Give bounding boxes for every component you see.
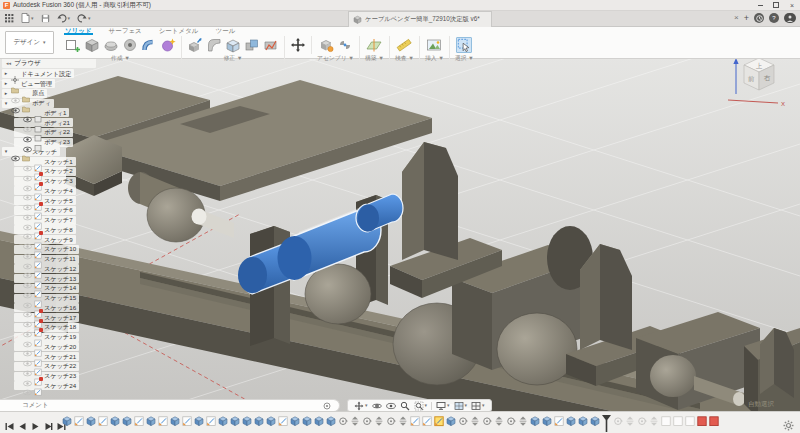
expand-arrow-icon[interactable]: ▾: [3, 101, 9, 106]
visibility-eye-icon[interactable]: [23, 187, 32, 194]
timeline-joint-icon[interactable]: [649, 415, 659, 427]
visibility-eye-icon[interactable]: [23, 109, 32, 116]
timeline-pattern-icon[interactable]: [506, 415, 516, 427]
visibility-eye-icon[interactable]: [23, 363, 32, 370]
timeline-sketch-icon[interactable]: [98, 415, 108, 427]
ribbon-group-label[interactable]: 修正 ▼: [224, 54, 243, 63]
fillet-icon[interactable]: [206, 37, 222, 53]
timeline-joint-icon[interactable]: [518, 415, 528, 427]
visibility-eye-icon[interactable]: [23, 226, 32, 233]
timeline-ghost-icon[interactable]: [661, 415, 671, 427]
timeline-extrude-icon[interactable]: [530, 415, 540, 427]
display-settings-icon[interactable]: ▾: [436, 401, 450, 411]
browser-item[interactable]: スケッチ16: [2, 303, 122, 313]
browser-item[interactable]: スケッチ21: [2, 352, 122, 362]
timeline-sketch-selected-icon[interactable]: [434, 415, 444, 427]
timeline-sketch-icon[interactable]: [206, 415, 216, 427]
visibility-eye-icon[interactable]: [23, 314, 32, 321]
expand-arrow-icon[interactable]: ▸: [3, 71, 9, 76]
close-button[interactable]: ×: [784, 0, 800, 10]
timeline-extrude-icon[interactable]: [86, 415, 96, 427]
timeline-pattern-icon[interactable]: [362, 415, 372, 427]
browser-item[interactable]: スケッチ19: [2, 332, 122, 342]
visibility-eye-icon[interactable]: [23, 119, 32, 126]
timeline-extrude-icon[interactable]: [446, 415, 456, 427]
timeline-sketch-icon[interactable]: [182, 415, 192, 427]
timeline-sketch-icon[interactable]: [410, 415, 420, 427]
browser-item[interactable]: ボディ23: [2, 137, 122, 147]
pipe-icon[interactable]: [141, 37, 157, 53]
visibility-eye-icon[interactable]: [23, 217, 32, 224]
timeline-extrude-icon[interactable]: [266, 415, 276, 427]
expand-arrow-icon[interactable]: ▸: [3, 91, 9, 96]
timeline-pattern-icon[interactable]: [613, 415, 623, 427]
play-back-button[interactable]: [31, 417, 40, 433]
browser-item[interactable]: スケッチ24: [2, 381, 122, 391]
move-icon[interactable]: [290, 37, 306, 53]
browser-item[interactable]: スケッチ6: [2, 206, 122, 216]
avatar[interactable]: [784, 13, 796, 23]
visibility-eye-icon[interactable]: [23, 353, 32, 360]
timeline-extrude-icon[interactable]: [170, 415, 180, 427]
visibility-eye-icon[interactable]: [23, 178, 32, 185]
visibility-eye-icon[interactable]: [23, 304, 32, 311]
visibility-eye-icon[interactable]: [23, 129, 32, 136]
ribbon-group-label[interactable]: 検査 ▼: [395, 54, 414, 63]
grid-layout-icon[interactable]: ▾: [454, 401, 468, 411]
timeline-extrude-icon[interactable]: [110, 415, 120, 427]
visibility-eye-icon[interactable]: [23, 197, 32, 204]
collapse-browser-icon[interactable]: ◂◂: [6, 60, 11, 66]
browser-item[interactable]: スケッチ7: [2, 215, 122, 225]
browser-item[interactable]: スケッチ1: [2, 157, 122, 167]
fit-icon[interactable]: ▾: [414, 401, 428, 411]
timeline-ghost-icon[interactable]: [673, 415, 683, 427]
document-tab[interactable]: ケーブルベンダー簡単_72910決定版 v6*: [348, 11, 492, 27]
visibility-eye-icon[interactable]: [23, 334, 32, 341]
browser-item[interactable]: ▾ボディ: [2, 98, 122, 108]
timeline-sketch-icon[interactable]: [74, 415, 84, 427]
timeline-settings-gear-icon[interactable]: [783, 417, 794, 433]
zoom-icon[interactable]: [400, 401, 410, 411]
browser-item[interactable]: スケッチ18: [2, 323, 122, 333]
browser-item[interactable]: スケッチ9: [2, 235, 122, 245]
timeline-extrude-icon[interactable]: [194, 415, 204, 427]
box-icon[interactable]: [84, 37, 100, 53]
step-forward-button[interactable]: [44, 417, 53, 433]
new-tab-button[interactable]: +: [744, 14, 749, 23]
timeline-error-icon[interactable]: [709, 415, 719, 427]
visibility-eye-icon[interactable]: [23, 285, 32, 292]
revolve-icon[interactable]: [122, 37, 138, 53]
viewports-icon[interactable]: ▾: [471, 401, 485, 411]
save-icon[interactable]: [41, 14, 50, 23]
timeline-extrude-icon[interactable]: [578, 415, 588, 427]
maximize-button[interactable]: [768, 0, 784, 10]
browser-item[interactable]: ボディ22: [2, 128, 122, 138]
ribbon-tab-tools[interactable]: ツール: [214, 27, 236, 35]
timeline-pattern-icon[interactable]: [458, 415, 468, 427]
timeline-extrude-icon[interactable]: [122, 415, 132, 427]
form-icon[interactable]: [160, 37, 176, 53]
timeline-joint-icon[interactable]: [374, 415, 384, 427]
select-icon[interactable]: [456, 37, 472, 53]
timeline-sketch-icon[interactable]: [422, 415, 432, 427]
visibility-eye-icon[interactable]: [23, 373, 32, 380]
ribbon-group-label[interactable]: 作成 ▼: [111, 54, 130, 63]
timeline-sketch-icon[interactable]: [134, 415, 144, 427]
browser-item[interactable]: スケッチ13: [2, 274, 122, 284]
minimize-button[interactable]: [752, 0, 768, 10]
visibility-eye-icon[interactable]: [23, 265, 32, 272]
browser-item[interactable]: スケッチ23: [2, 371, 122, 381]
go-to-start-button[interactable]: [5, 417, 14, 433]
joint-icon[interactable]: [337, 37, 353, 53]
timeline-pattern-icon[interactable]: [338, 415, 348, 427]
visibility-eye-icon[interactable]: [23, 275, 32, 282]
file-icon[interactable]: ▾: [21, 13, 34, 23]
visibility-eye-icon[interactable]: [11, 100, 20, 107]
browser-item[interactable]: ▸原点: [2, 89, 122, 99]
browser-item[interactable]: スケッチ5: [2, 196, 122, 206]
insert-image-icon[interactable]: [426, 37, 442, 53]
timeline-extrude-icon[interactable]: [590, 415, 600, 427]
split-icon[interactable]: [263, 37, 279, 53]
timeline-extrude-icon[interactable]: [254, 415, 264, 427]
visibility-eye-icon[interactable]: [23, 256, 32, 263]
